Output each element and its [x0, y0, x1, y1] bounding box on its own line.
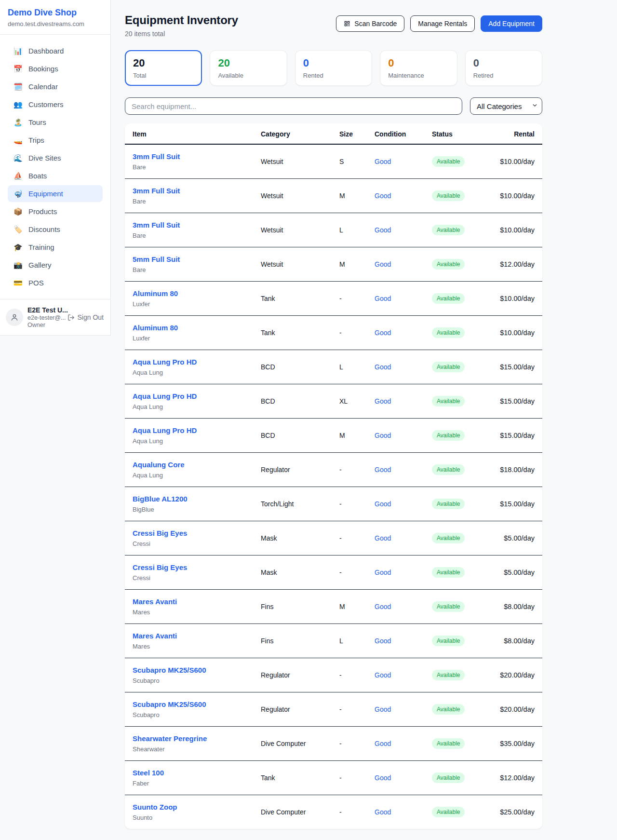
status-badge: Available [432, 567, 465, 578]
sailboat-icon: ⛵ [13, 172, 22, 179]
speedboat-icon: 🚤 [13, 136, 22, 144]
island-icon: 🏝️ [13, 119, 22, 126]
item-size: M [332, 247, 367, 282]
condition-link[interactable]: Good [375, 534, 391, 542]
condition-link[interactable]: Good [375, 705, 391, 713]
item-link[interactable]: 3mm Full Suit [133, 152, 245, 162]
item-link[interactable]: Mares Avanti [133, 631, 245, 641]
sidebar-item-dashboard[interactable]: 📊 Dashboard [8, 42, 103, 59]
condition-link[interactable]: Good [375, 329, 391, 337]
item-category: Dive Computer [253, 727, 332, 761]
item-link[interactable]: Scubapro MK25/S600 [133, 665, 245, 675]
item-link[interactable]: 3mm Full Suit [133, 220, 245, 230]
condition-link[interactable]: Good [375, 774, 391, 782]
item-link[interactable]: Aqua Lung Pro HD [133, 426, 245, 435]
item-link[interactable]: Cressi Big Eyes [133, 528, 245, 538]
item-brand: Cressi [133, 540, 245, 548]
item-link[interactable]: Aluminum 80 [133, 323, 245, 333]
item-link[interactable]: Aqualung Core [133, 460, 245, 470]
sidebar-item-products[interactable]: 📦 Products [8, 203, 103, 220]
stat-card-rented[interactable]: 0 Rented [295, 50, 372, 86]
sidebar-item-training[interactable]: 🎓 Training [8, 239, 103, 256]
item-size: - [332, 453, 367, 487]
item-link[interactable]: Cressi Big Eyes [133, 563, 245, 572]
sidebar-item-customers[interactable]: 👥 Customers [8, 96, 103, 113]
item-link[interactable]: Aqua Lung Pro HD [133, 357, 245, 367]
item-category: Mask [253, 521, 332, 555]
item-brand: Aqua Lung [133, 471, 245, 479]
item-category: BCD [253, 419, 332, 453]
condition-link[interactable]: Good [375, 466, 391, 474]
stat-card-total[interactable]: 20 Total [125, 50, 202, 86]
condition-link[interactable]: Good [375, 397, 391, 405]
item-link[interactable]: Aqua Lung Pro HD [133, 392, 245, 401]
scan-barcode-button[interactable]: Scan Barcode [336, 15, 404, 32]
item-link[interactable]: Mares Avanti [133, 597, 245, 607]
manage-rentals-button[interactable]: Manage Rentals [410, 15, 475, 32]
stat-card-retired[interactable]: 0 Retired [465, 50, 542, 86]
condition-link[interactable]: Good [375, 295, 391, 302]
condition-link[interactable]: Good [375, 603, 391, 610]
item-link[interactable]: Steel 100 [133, 768, 245, 778]
item-link[interactable]: Shearwater Peregrine [133, 734, 245, 744]
sidebar-item-boats[interactable]: ⛵ Boats [8, 167, 103, 184]
stat-card-available[interactable]: 20 Available [210, 50, 287, 86]
sidebar-item-trips[interactable]: 🚤 Trips [8, 132, 103, 149]
equipment-row: 3mm Full Suit Bare Wetsuit M Good Availa… [125, 179, 542, 213]
sidebar-item-calendar[interactable]: 🗓️ Calendar [8, 78, 103, 95]
item-brand: Shearwater [133, 745, 245, 753]
stat-card-maintenance[interactable]: 0 Maintenance [380, 50, 457, 86]
equipment-row: Cressi Big Eyes Cressi Mask - Good Avail… [125, 521, 542, 555]
sidebar-item-label: Gallery [28, 261, 52, 269]
sign-out-button[interactable]: Sign Out [67, 313, 105, 321]
condition-link[interactable]: Good [375, 569, 391, 576]
sidebar-item-label: Trips [28, 136, 44, 144]
condition-link[interactable]: Good [375, 808, 391, 816]
search-input[interactable] [125, 97, 462, 115]
equipment-row: Suunto Zoop Suunto Dive Computer - Good … [125, 795, 542, 829]
sidebar-item-bookings[interactable]: 📅 Bookings [8, 60, 103, 77]
status-badge: Available [432, 807, 465, 817]
sidebar-item-gallery[interactable]: 📸 Gallery [8, 257, 103, 273]
category-select[interactable]: All Categories [470, 97, 542, 115]
item-rental: $10.00/day [487, 179, 542, 213]
equipment-row: 5mm Full Suit Bare Wetsuit M Good Availa… [125, 247, 542, 282]
add-equipment-button[interactable]: Add Equipment [481, 15, 542, 32]
condition-link[interactable]: Good [375, 671, 391, 679]
col-header-size: Size [332, 123, 367, 144]
status-badge: Available [432, 190, 465, 201]
condition-link[interactable]: Good [375, 260, 391, 268]
condition-link[interactable]: Good [375, 158, 391, 165]
condition-link[interactable]: Good [375, 363, 391, 371]
sidebar-item-tours[interactable]: 🏝️ Tours [8, 114, 103, 131]
condition-link[interactable]: Good [375, 432, 391, 439]
sidebar-item-discounts[interactable]: 🏷️ Discounts [8, 221, 103, 238]
sidebar-item-equipment[interactable]: 🤿 Equipment [8, 185, 103, 202]
item-rental: $15.00/day [487, 384, 542, 419]
condition-link[interactable]: Good [375, 637, 391, 645]
item-link[interactable]: 3mm Full Suit [133, 186, 245, 196]
condition-link[interactable]: Good [375, 500, 391, 508]
condition-link[interactable]: Good [375, 226, 391, 234]
sidebar-item-label: Dashboard [28, 47, 64, 55]
item-link[interactable]: 5mm Full Suit [133, 255, 245, 264]
item-link[interactable]: BigBlue AL1200 [133, 494, 245, 504]
header-actions: Scan Barcode Manage Rentals Add Equipmen… [336, 15, 542, 32]
item-brand: Mares [133, 608, 245, 616]
status-badge: Available [432, 259, 465, 270]
status-badge: Available [432, 156, 465, 167]
equipment-row: Mares Avanti Mares Fins L Good Available… [125, 624, 542, 658]
item-rental: $18.00/day [487, 453, 542, 487]
sidebar-item-label: POS [28, 279, 44, 287]
item-rental: $10.00/day [487, 316, 542, 350]
item-link[interactable]: Aluminum 80 [133, 289, 245, 298]
condition-link[interactable]: Good [375, 740, 391, 747]
condition-link[interactable]: Good [375, 192, 391, 200]
sidebar-item-dive-sites[interactable]: 🌊 Dive Sites [8, 149, 103, 166]
user-name: E2E Test U... [27, 306, 62, 314]
item-link[interactable]: Scubapro MK25/S600 [133, 700, 245, 709]
item-link[interactable]: Suunto Zoop [133, 802, 245, 812]
sidebar-item-pos[interactable]: 💳 POS [8, 274, 103, 291]
sidebar-item-label: Equipment [28, 190, 63, 198]
equipment-row: 3mm Full Suit Bare Wetsuit S Good Availa… [125, 144, 542, 179]
